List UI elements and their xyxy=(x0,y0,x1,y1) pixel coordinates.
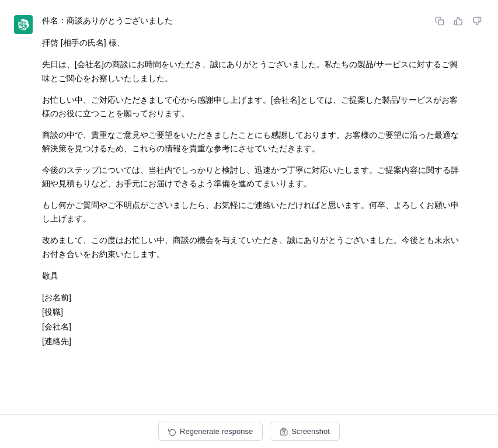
paragraph-1: 先日は、[会社名]の商談にお時間をいただき、誠にありがとうございました。私たちの… xyxy=(42,58,462,85)
message-row: 件名：商談ありがとうございました 拝啓 [相手の氏名] 様、 先日は、[会社名]… xyxy=(0,0,498,354)
message-wrapper: 件名：商談ありがとうございました 拝啓 [相手の氏名] 様、 先日は、[会社名]… xyxy=(0,0,498,389)
signature-role: [役職] xyxy=(42,305,462,319)
svg-rect-1 xyxy=(280,430,287,435)
svg-point-2 xyxy=(283,431,285,433)
chat-container: 件名：商談ありがとうございました 拝啓 [相手の氏名] 様、 先日は、[会社名]… xyxy=(0,0,498,448)
bottom-bar: Regenerate response Screenshot xyxy=(0,414,498,448)
paragraph-2: お忙しい中、ご対応いただきまして心から感謝申し上げます。[会社名]としては、ご提… xyxy=(42,93,462,120)
paragraph-5: もし何かご質問やご不明点がございましたら、お気軽にご連絡いただければと思います。… xyxy=(42,199,462,225)
greeting: 拝啓 [相手の氏名] 様、 xyxy=(42,36,462,50)
paragraph-6: 改めまして、この度はお忙しい中、商談の機会を与えていただき、誠にありがとうござい… xyxy=(42,234,462,261)
thumbs-up-button[interactable] xyxy=(451,14,465,28)
signature-company: [会社名] xyxy=(42,320,462,334)
svg-rect-0 xyxy=(438,20,444,25)
refresh-icon xyxy=(168,428,176,436)
closing: 敬具 xyxy=(42,269,462,283)
subject-line: 件名：商談ありがとうございました xyxy=(42,14,462,27)
screenshot-label: Screenshot xyxy=(291,427,330,436)
regenerate-label: Regenerate response xyxy=(180,427,253,436)
thumbs-down-button[interactable] xyxy=(470,14,484,28)
paragraph-4: 今後のステップについては、当社内でしっかりと検討し、迅速かつ丁寧に対応いたします… xyxy=(42,164,462,190)
avatar xyxy=(14,15,33,34)
signature-contact: [連絡先] xyxy=(42,335,462,348)
copy-button[interactable] xyxy=(433,14,447,28)
action-icons xyxy=(433,14,484,28)
paragraph-3: 商談の中で、貴重なご意見やご要望をいただきましたことにも感謝しております。お客様… xyxy=(42,129,462,155)
regenerate-button[interactable]: Regenerate response xyxy=(158,422,263,441)
message-content: 件名：商談ありがとうございました 拝啓 [相手の氏名] 様、 先日は、[会社名]… xyxy=(42,14,462,349)
camera-icon xyxy=(280,428,288,436)
screenshot-button[interactable]: Screenshot xyxy=(270,422,340,441)
signature-name: [お名前] xyxy=(42,291,462,304)
